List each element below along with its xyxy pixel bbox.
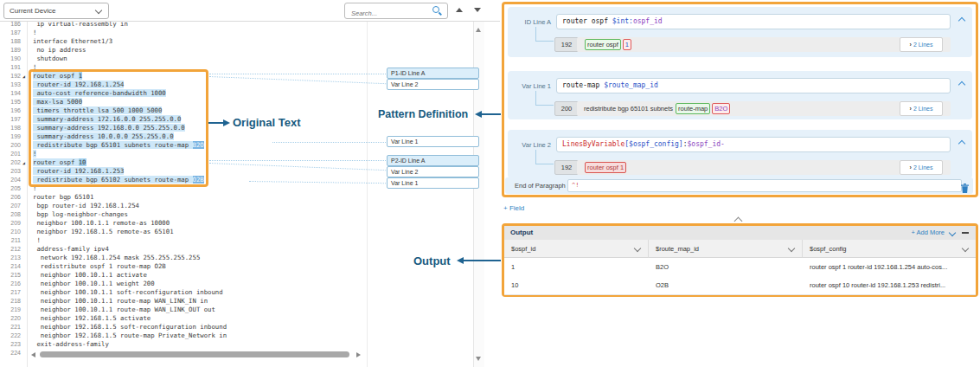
code-line[interactable]: 197 summary-address 172.16.0.0 255.255.0… xyxy=(0,115,367,124)
search-icon[interactable] xyxy=(432,6,439,13)
code-line[interactable]: 201! xyxy=(0,150,367,158)
lines-count-label: 2 Lines xyxy=(913,42,933,48)
search-box[interactable] xyxy=(344,3,448,19)
match-line-number: 200 xyxy=(554,101,579,116)
code-line[interactable]: 219 neighbor 100.10.1.1 route-map WAN_LI… xyxy=(0,306,367,314)
code-line[interactable]: 190 shutdown xyxy=(0,55,367,63)
code-line[interactable]: 196 timers throttle lsa 500 1000 5000 xyxy=(0,106,367,115)
code-line[interactable]: 209 neighbor 100.10.1.1 remote-as 10000 xyxy=(0,219,367,228)
pattern-section-var-line-2: Var Line 2 LinesByVariable[$ospf_config]… xyxy=(508,130,972,178)
minimize-icon[interactable] xyxy=(962,232,969,234)
scroll-right-icon[interactable] xyxy=(356,352,361,357)
section-label: Var Line 2 xyxy=(508,141,551,149)
expand-lines-button[interactable]: ›2 Lines xyxy=(900,101,943,116)
output-table-row[interactable]: 10O2Brouter ospf 10 router-id 192.168.1.… xyxy=(504,276,976,295)
expand-lines-button[interactable]: ›2 Lines xyxy=(900,37,943,52)
code-line[interactable]: 212 address-family ipv4 xyxy=(0,245,367,254)
code-line[interactable]: 223 exit-address-family xyxy=(0,340,367,349)
pattern-tag-p2-id-line-a[interactable]: P2-ID Line A xyxy=(387,155,479,166)
search-prev-icon[interactable] xyxy=(456,8,463,12)
column-header-ospf-id[interactable]: $ospf_id xyxy=(504,240,649,258)
code-text: ! xyxy=(33,63,36,72)
code-line[interactable]: 194 auto-cost reference-bandwidth 1000 xyxy=(0,89,367,98)
line-number: 195 xyxy=(0,98,21,106)
code-line[interactable]: 208 bgp log-neighbor-changes xyxy=(0,210,367,219)
code-line[interactable]: 213 network 192.168.1.254 mask 255.255.2… xyxy=(0,254,367,262)
end-of-paragraph-row: End of Paragraph ^! xyxy=(505,177,973,194)
pattern-tag-p1-id-line-a[interactable]: P1-ID Line A xyxy=(387,68,479,79)
output-cell: 1 xyxy=(511,258,641,276)
code-line[interactable]: 214 redistribute ospf 1 route-map O2B xyxy=(0,262,367,271)
code-line[interactable]: 191! xyxy=(0,63,367,72)
scroll-up-icon[interactable] xyxy=(476,28,481,32)
collapse-chevron-icon[interactable] xyxy=(958,81,965,88)
original-text-label: Original Text xyxy=(233,116,301,129)
pattern-input[interactable]: router ospf $int:ospf_id xyxy=(556,14,951,29)
code-line[interactable]: 195 max-lsa 5000 xyxy=(0,98,367,106)
column-header-ospf-config[interactable]: $ospf_config xyxy=(803,240,976,258)
horizontal-scrollbar-thumb[interactable] xyxy=(40,351,349,357)
expand-lines-button[interactable]: ›2 Lines xyxy=(900,160,943,175)
pattern-tag-var-line-1[interactable]: Var Line 1 xyxy=(387,136,479,147)
code-line[interactable]: 218 neighbor 100.10.1.1 route-map WAN_LI… xyxy=(0,297,367,306)
code-line[interactable]: 207 bgp router-id 192.168.1.254 xyxy=(0,202,367,210)
pattern-tag-var-line-1[interactable]: Var Line 1 xyxy=(387,177,479,189)
chevron-down-icon[interactable] xyxy=(634,245,641,252)
code-line[interactable]: 211 ! xyxy=(0,236,367,245)
config-code-pane[interactable]: 186 ip virtual-reassembly in187!188inter… xyxy=(0,0,367,367)
match-line-number: 192 xyxy=(554,160,579,175)
code-line[interactable]: 210 neighbor 192.168.1.5 remote-as 65101 xyxy=(0,228,367,236)
pattern-token: $route_map_id xyxy=(604,81,658,89)
fold-toggle-icon[interactable]: ◢ xyxy=(22,72,25,80)
search-next-icon[interactable] xyxy=(474,8,481,12)
code-line[interactable]: 217 neighbor 100.10.1.1 soft-reconfigura… xyxy=(0,288,367,297)
line-number: 194 xyxy=(0,89,21,98)
add-field-link[interactable]: + Field xyxy=(503,204,524,212)
code-line[interactable]: 216 neighbor 100.10.1.1 weight 200 xyxy=(0,280,367,288)
code-line[interactable]: 205! xyxy=(0,184,367,193)
trash-icon[interactable] xyxy=(961,181,969,196)
code-text: exit-address-family xyxy=(33,340,109,349)
line-number: 190 xyxy=(0,55,21,63)
chevron-down-icon[interactable] xyxy=(788,245,795,252)
code-line[interactable]: 189 no ip address xyxy=(0,46,367,55)
scroll-left-icon[interactable] xyxy=(31,352,35,357)
pattern-input[interactable]: route-map $route_map_id xyxy=(556,78,951,93)
code-line[interactable]: 188interface Ethernet1/3 xyxy=(0,37,367,46)
chevron-down-icon[interactable] xyxy=(962,245,969,252)
code-line[interactable]: 198 summary-address 192.168.0.0 255.255.… xyxy=(0,124,367,132)
code-line[interactable]: 220 neighbor 192.168.1.5 activate xyxy=(0,314,367,323)
column-header-route-map-id[interactable]: $route_map_id xyxy=(649,240,803,258)
code-text: redistribute bgp 65101 subnets route-map… xyxy=(33,141,204,150)
add-more-chevron-icon[interactable] xyxy=(949,229,956,236)
code-line[interactable]: 221 neighbor 192.168.1.5 soft-reconfigur… xyxy=(0,323,367,332)
code-line[interactable]: 204 redistribute bgp 65102 subnets route… xyxy=(0,176,367,184)
line-number: 189 xyxy=(0,46,21,55)
original-text-arrow-line xyxy=(208,122,224,124)
add-more-link[interactable]: + Add More xyxy=(911,226,945,240)
code-line[interactable]: 222 neighbor 192.168.1.5 route-map Priva… xyxy=(0,332,367,340)
code-line[interactable]: 206router bgp 65101 xyxy=(0,193,367,202)
code-text: address-family ipv4 xyxy=(33,245,109,254)
output-table-row[interactable]: 1B2Orouter ospf 1 router-id 192.168.1.25… xyxy=(504,258,976,277)
search-input[interactable] xyxy=(349,7,432,20)
code-line[interactable]: 199 summary-address 10.0.0.0 255.255.0.0 xyxy=(0,132,367,141)
line-number: 198 xyxy=(0,124,21,132)
end-of-paragraph-input[interactable]: ^! xyxy=(567,179,962,192)
collapse-chevron-icon[interactable] xyxy=(958,140,965,147)
pattern-tag-var-line-2[interactable]: Var Line 2 xyxy=(387,166,479,177)
fold-toggle-icon[interactable]: ◢ xyxy=(22,158,25,167)
line-number: 199 xyxy=(0,132,21,141)
code-line[interactable]: 193 router-id 192.168.1.254 xyxy=(0,80,367,89)
code-line[interactable]: 187! xyxy=(0,29,367,37)
pattern-input[interactable]: LinesByVariable[$ospf_config]:$ospf_id- xyxy=(556,137,951,152)
output-cell: B2O xyxy=(656,258,794,276)
code-line[interactable]: 203 router-id 192.168.1.253 xyxy=(0,167,367,176)
pattern-tag-var-line-2[interactable]: Var Line 2 xyxy=(387,79,479,90)
scroll-down-icon[interactable] xyxy=(476,357,481,361)
pattern-token: route-map xyxy=(562,81,604,89)
device-selector[interactable]: Current Device xyxy=(3,3,109,19)
collapse-chevron-icon[interactable] xyxy=(958,17,965,24)
code-text: neighbor 100.10.1.1 route-map WAN_LINK_O… xyxy=(33,306,215,314)
code-line[interactable]: 215 neighbor 100.10.1.1 activate xyxy=(0,271,367,280)
